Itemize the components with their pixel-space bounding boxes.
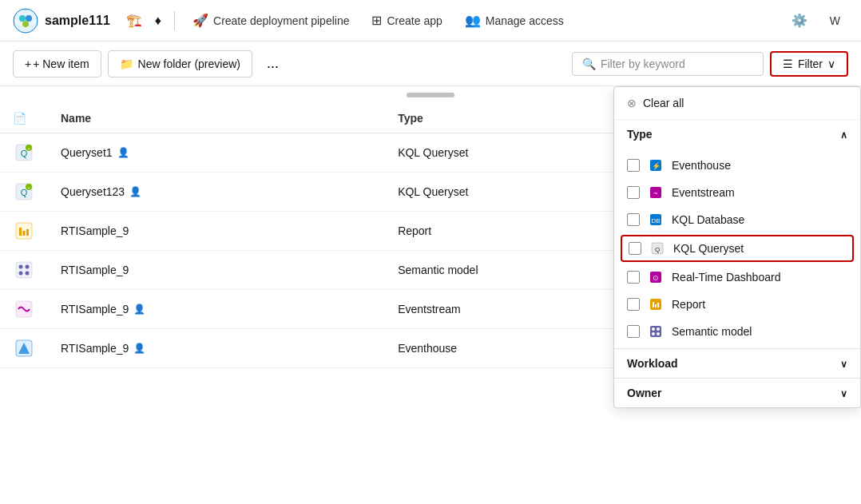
svg-rect-16	[16, 262, 32, 278]
filter-option-realtime-dashboard[interactable]: ⊙ Real-Time Dashboard	[614, 264, 860, 291]
nav-divider	[174, 11, 175, 30]
item-badge-icon: 👤	[133, 304, 145, 315]
row-icon-cell	[0, 329, 48, 368]
svg-point-40	[657, 327, 660, 331]
filter-option-report[interactable]: Report	[614, 291, 860, 318]
rocket-icon: 🚀	[192, 13, 208, 28]
item-name-container: RTISample_9 👤	[61, 303, 372, 315]
new-folder-button[interactable]: 📁 New folder (preview)	[108, 50, 252, 77]
eventstream-checkbox[interactable]	[627, 186, 640, 199]
fabric-logo-icon	[13, 8, 38, 34]
svg-point-18	[26, 265, 30, 269]
search-placeholder: Filter by keyword	[601, 58, 685, 70]
svg-point-3	[22, 21, 29, 27]
type-section-header[interactable]: Type	[614, 120, 860, 149]
eventstream-option-icon: ~	[648, 185, 664, 200]
filter-option-eventstream[interactable]: ~ Eventstream	[614, 179, 860, 206]
svg-point-42	[657, 332, 660, 335]
toolbar: + + New item 📁 New folder (preview) ... …	[0, 42, 861, 86]
new-item-button[interactable]: + + New item	[13, 50, 101, 77]
row-name-cell: RTISample_9 👤	[48, 329, 385, 368]
kql-database-option-icon: DB	[648, 212, 664, 228]
row-name-cell: RTISample_9	[48, 251, 385, 290]
realtime-dashboard-checkbox[interactable]	[627, 271, 640, 284]
workload-section-header[interactable]: Workload	[614, 349, 860, 378]
row-icon-cell	[0, 251, 48, 290]
row-name-cell: RTISample_9 👤	[48, 290, 385, 329]
create-app-button[interactable]: ⊞ Create app	[363, 8, 450, 33]
filter-button[interactable]: ☰ Filter ∨	[770, 51, 848, 77]
svg-point-17	[19, 265, 23, 269]
row-icon-cell: Q+	[0, 173, 48, 212]
col-name[interactable]: Name	[48, 104, 385, 133]
svg-text:~: ~	[653, 189, 657, 197]
svg-point-20	[26, 272, 30, 276]
row-name-cell: Queryset123 👤	[48, 173, 385, 212]
kql-database-checkbox[interactable]	[627, 213, 640, 226]
item-name-text: RTISample_9	[61, 224, 129, 237]
filter-option-eventhouse[interactable]: ⚡ Eventhouse	[614, 152, 860, 179]
main-content: 📄 Name Type Task Q+	[0, 86, 861, 504]
new-item-plus-icon: +	[25, 58, 31, 70]
svg-text:+: +	[27, 185, 30, 190]
col-icon: 📄	[0, 104, 48, 133]
workspace-logo: sample111	[13, 8, 110, 34]
svg-rect-38	[650, 326, 661, 337]
item-name-text: Queryset1	[61, 146, 113, 159]
svg-rect-36	[655, 304, 657, 308]
item-name-text: RTISample_9	[61, 264, 129, 276]
svg-point-41	[652, 332, 655, 335]
more-options-button[interactable]: ...	[259, 49, 287, 78]
filter-option-kql-queryset[interactable]: Q KQL Queryset	[621, 235, 854, 262]
owner-section-header[interactable]: Owner	[614, 379, 860, 407]
item-name-text: RTISample_9	[61, 342, 129, 355]
kql-queryset-option-icon: Q	[649, 240, 665, 256]
new-item-label: + New item	[33, 58, 89, 70]
item-badge-icon: 👤	[129, 186, 141, 197]
row-icon-cell: Q+	[0, 133, 48, 173]
manage-access-button[interactable]: 👥 Manage access	[457, 8, 572, 33]
clear-all-button[interactable]: ⊗ Clear all	[614, 87, 860, 120]
help-button[interactable]: W	[822, 10, 848, 32]
semantic-model-checkbox[interactable]	[627, 325, 640, 338]
semantic-model-option-icon	[648, 323, 664, 339]
manage-access-label: Manage access	[486, 14, 564, 27]
row-name-cell: RTISample_9	[48, 212, 385, 251]
help-label: W	[830, 14, 840, 27]
filter-icon: ☰	[783, 58, 793, 70]
svg-point-19	[19, 272, 23, 276]
report-checkbox[interactable]	[627, 298, 640, 311]
create-app-label: Create app	[387, 14, 442, 27]
item-type-icon: Q+	[13, 181, 35, 203]
settings-button[interactable]: ⚙️	[784, 8, 815, 33]
svg-text:⊙: ⊙	[653, 274, 659, 282]
eventhouse-option-label: Eventhouse	[672, 159, 731, 172]
item-type-icon	[13, 298, 35, 320]
gear-icon: ⚙️	[792, 13, 807, 28]
diamond-icon[interactable]: ♦️	[152, 10, 165, 31]
item-name-container: RTISample_9	[61, 224, 372, 237]
filter-option-kql-database[interactable]: DB KQL Database	[614, 206, 860, 233]
kql-database-option-label: KQL Database	[672, 213, 744, 226]
kql-queryset-checkbox[interactable]	[629, 242, 641, 255]
item-badge-icon: 👤	[117, 147, 129, 158]
svg-point-2	[26, 15, 32, 22]
svg-point-39	[652, 327, 655, 331]
column-resize-handle[interactable]	[407, 93, 454, 97]
owner-section-label: Owner	[627, 387, 662, 399]
eventstream-option-label: Eventstream	[672, 186, 735, 199]
filter-label: Filter	[798, 58, 823, 70]
search-icon: 🔍	[582, 58, 596, 70]
item-name-container: RTISample_9	[61, 264, 372, 276]
item-type-icon: Q+	[13, 141, 35, 164]
filter-option-semantic-model[interactable]: Semantic model	[614, 318, 860, 345]
eventhouse-option-icon: ⚡	[648, 157, 664, 173]
realtime-dashboard-option-label: Real-Time Dashboard	[672, 271, 780, 284]
eventhouse-checkbox[interactable]	[627, 159, 640, 172]
type-section-label: Type	[627, 128, 653, 141]
create-pipeline-button[interactable]: 🚀 Create deployment pipeline	[184, 8, 357, 33]
item-type-icon	[13, 259, 35, 281]
filter-dropdown: ⊗ Clear all Type ⚡ Eventhouse	[613, 86, 861, 408]
table-area: 📄 Name Type Task Q+	[0, 86, 861, 504]
workspace-settings-icon[interactable]: 🏗️	[123, 10, 145, 31]
